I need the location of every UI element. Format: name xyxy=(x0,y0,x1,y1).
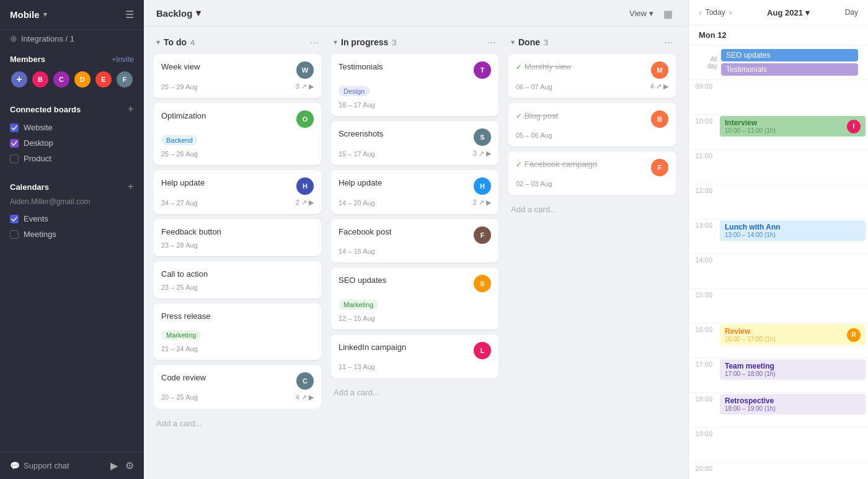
board-item-desktop[interactable]: Desktop xyxy=(10,135,134,151)
card-feedback-button[interactable]: Feedback button 23 – 28 Aug xyxy=(154,219,321,256)
calendar-item-meetings[interactable]: Meetings xyxy=(10,226,134,242)
collapse-icon[interactable]: ▾ xyxy=(511,38,515,47)
integrations-item[interactable]: ⊕ Integrations / 1 xyxy=(0,30,144,47)
allday-event-testimonials[interactable]: Testimonials xyxy=(721,63,858,76)
event-interview[interactable]: Interview 10:00 – 11:00 (1h) I xyxy=(720,116,866,137)
time-slot-1700[interactable]: Team meeting 17:00 – 18:00 (1h) xyxy=(717,358,868,392)
event-avatar: I xyxy=(847,120,861,133)
card-avatar: O xyxy=(296,110,314,128)
view-button[interactable]: View ▾ xyxy=(629,9,653,18)
add-board-button[interactable]: + xyxy=(127,104,134,115)
time-row-1300: 13:00 Lunch with Ann 13:00 – 14:00 (1h) xyxy=(689,219,868,254)
allday-event-seo[interactable]: SEO updates xyxy=(721,49,858,61)
add-card-done[interactable]: Add a card... xyxy=(508,200,676,219)
board-checkbox-desktop[interactable] xyxy=(10,139,19,148)
event-avatar: R xyxy=(847,328,861,342)
layout-icon[interactable]: ▦ xyxy=(663,8,676,18)
event-review[interactable]: Review 16:00 – 17:00 (1h) R xyxy=(720,325,866,345)
time-slot-2000 xyxy=(717,462,868,479)
add-member-avatar[interactable]: + xyxy=(10,70,29,89)
time-row-0900: 09:00 xyxy=(689,80,868,115)
time-slot-1900 xyxy=(717,428,868,462)
cal-prev-button[interactable]: ‹ xyxy=(699,7,702,17)
card-press-release[interactable]: Press release Marketing 21 – 24 Aug xyxy=(154,303,321,359)
cal-today-button[interactable]: Today xyxy=(706,8,725,17)
add-calendar-button[interactable]: + xyxy=(127,181,134,192)
avatar[interactable]: D xyxy=(73,70,92,89)
avatar[interactable]: E xyxy=(94,70,113,89)
event-retrospective[interactable]: Retrospective 18:00 – 19:00 (1h) xyxy=(720,394,866,414)
board-checkbox-website[interactable] xyxy=(10,123,19,132)
time-row-1600: 16:00 Review 16:00 – 17:00 (1h) R xyxy=(689,323,868,358)
members-section: Members +Invite + B C D E F xyxy=(0,47,144,96)
card-monthly-view[interactable]: ✓ Monthly view M 06 – 07 Aug 4 ↗ ▶ xyxy=(508,54,676,98)
event-lunch[interactable]: Lunch with Ann 13:00 – 14:00 (1h) xyxy=(720,220,866,241)
card-testimonials[interactable]: Testimonials T Design 16 – 17 Aug xyxy=(331,54,498,116)
avatar[interactable]: C xyxy=(52,70,71,89)
invite-button[interactable]: +Invite xyxy=(112,55,134,64)
board-item-product[interactable]: Product xyxy=(10,151,134,166)
card-screenshots[interactable]: Screenshots S 15 – 17 Aug 3 ↗ ▶ xyxy=(331,121,498,165)
sidebar: Mobile ▾ ☰ ⊕ Integrations / 1 Members +I… xyxy=(0,0,144,479)
allday-events: SEO updates Testimonials xyxy=(721,49,858,76)
cal-next-button[interactable]: › xyxy=(729,7,732,17)
card-facebook-campaign[interactable]: ✓ Facebook campaign F 02 – 03 Aug xyxy=(508,151,676,195)
sidebar-menu-icon[interactable]: ☰ xyxy=(125,9,134,20)
calendar-day-label: Mon 12 xyxy=(689,25,868,45)
column-inprogress-header: ▾ In progress 3 ··· xyxy=(331,37,498,48)
column-todo-menu[interactable]: ··· xyxy=(309,37,319,48)
calendar-checkbox-events[interactable] xyxy=(10,215,19,223)
card-avatar: T xyxy=(474,61,491,79)
time-slot-1000[interactable]: Interview 10:00 – 11:00 (1h) I xyxy=(717,115,868,149)
workspace-title[interactable]: Mobile ▾ xyxy=(10,9,47,20)
card-linkedin-campaign[interactable]: LinkedIn campaign L 11 – 13 Aug xyxy=(331,334,498,378)
support-chat-button[interactable]: 💬 Support chat xyxy=(10,461,69,470)
card-call-to-action[interactable]: Call to action 23 – 25 Aug xyxy=(154,261,321,298)
calendar-checkbox-meetings[interactable] xyxy=(10,230,19,239)
time-slot-1200 xyxy=(717,184,868,218)
column-done-menu[interactable]: ··· xyxy=(664,37,673,48)
cal-view-button[interactable]: Day xyxy=(845,8,858,17)
time-slot-1300[interactable]: Lunch with Ann 13:00 – 14:00 (1h) xyxy=(717,219,868,253)
time-row-1700: 17:00 Team meeting 17:00 – 18:00 (1h) xyxy=(689,358,868,393)
collapse-icon[interactable]: ▾ xyxy=(156,38,160,47)
card-help-update-inprogress[interactable]: Help update H 14 – 20 Aug 2 ↗ ▶ xyxy=(331,170,498,214)
integrations-icon: ⊕ xyxy=(10,34,17,43)
card-avatar: B xyxy=(651,110,668,128)
time-slot-1600[interactable]: Review 16:00 – 17:00 (1h) R xyxy=(717,323,868,357)
calendar-item-events[interactable]: Events xyxy=(10,211,134,226)
sidebar-header: Mobile ▾ ☰ xyxy=(0,0,144,30)
card-help-update-todo[interactable]: Help update H 24 – 27 Aug 2 ↗ ▶ xyxy=(154,170,321,214)
card-avatar: C xyxy=(296,372,314,390)
card-avatar: F xyxy=(474,226,491,244)
play-icon[interactable]: ▶ xyxy=(110,460,118,472)
card-avatar: S xyxy=(474,275,491,292)
board-title-area[interactable]: Backlog ▾ xyxy=(156,7,201,19)
time-slot-0900 xyxy=(717,80,868,114)
add-card-todo[interactable]: Add a card... xyxy=(154,414,321,433)
card-seo-updates[interactable]: SEO updates S Marketing 12 – 15 Aug xyxy=(331,267,498,329)
time-row-1100: 11:00 xyxy=(689,150,868,184)
card-week-view[interactable]: Week view W 25 – 29 Aug 3 ↗ ▶ xyxy=(154,54,321,98)
time-row-2000: 20:00 xyxy=(689,462,868,479)
board-item-website[interactable]: Website xyxy=(10,120,134,135)
collapse-icon[interactable]: ▾ xyxy=(334,38,337,47)
avatar[interactable]: B xyxy=(31,70,50,89)
add-card-inprogress[interactable]: Add a card... xyxy=(331,383,498,402)
card-blog-post[interactable]: ✓ Blog post B 05 – 06 Aug xyxy=(508,103,676,146)
settings-icon[interactable]: ⚙ xyxy=(125,460,134,472)
event-team-meeting[interactable]: Team meeting 17:00 – 18:00 (1h) xyxy=(720,359,866,380)
calendar-month-selector[interactable]: Aug 2021 ▾ xyxy=(767,8,810,17)
avatars-row: + B C D E F xyxy=(10,70,134,89)
avatar[interactable]: F xyxy=(115,70,134,89)
card-facebook-post[interactable]: Facebook post F 14 – 16 Aug xyxy=(331,219,498,262)
allday-label: Allday xyxy=(699,56,717,69)
column-done-header: ▾ Done 3 ··· xyxy=(508,37,676,48)
time-slot-1800[interactable]: Retrospective 18:00 – 19:00 (1h) xyxy=(717,393,868,427)
column-inprogress-menu[interactable]: ··· xyxy=(487,37,496,48)
card-code-review[interactable]: Code review C 20 – 25 Aug 4 ↗ ▶ xyxy=(154,365,321,409)
calendar-time-grid: 09:00 10:00 Interview 10:00 – 11:00 (1h)… xyxy=(689,80,868,479)
card-optimization[interactable]: Optimization O Backend 25 – 26 Aug xyxy=(154,103,321,165)
column-todo: ▾ To do 4 ··· Week view W 25 – 29 Aug 3 … xyxy=(154,37,321,469)
board-checkbox-product[interactable] xyxy=(10,154,19,163)
